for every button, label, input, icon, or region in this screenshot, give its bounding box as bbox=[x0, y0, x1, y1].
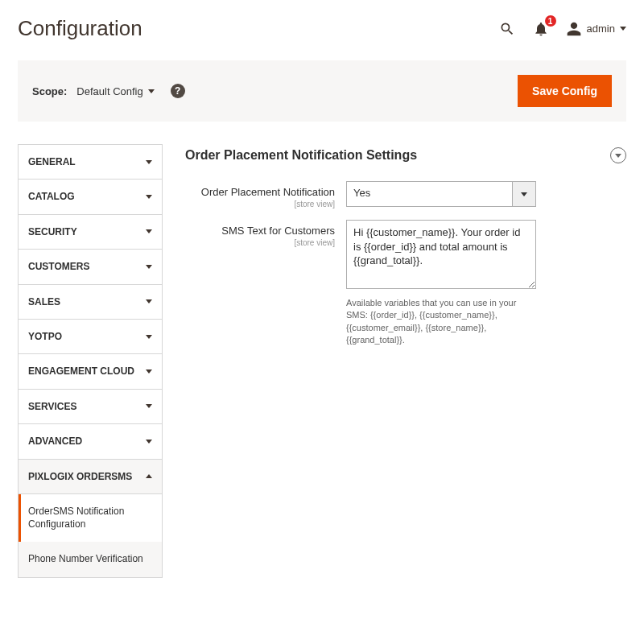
chevron-down-icon bbox=[146, 229, 152, 233]
config-sidebar: GENERAL CATALOG SECURITY CUSTOMERS SALES… bbox=[18, 144, 163, 578]
sidebar-item-advanced[interactable]: ADVANCED bbox=[18, 423, 163, 459]
sidebar-item-label: PIXLOGIX ORDERSMS bbox=[28, 471, 132, 482]
scope-select[interactable]: Default Config bbox=[76, 85, 154, 97]
sidebar-item-security[interactable]: SECURITY bbox=[18, 214, 163, 250]
sidebar-item-label: SECURITY bbox=[28, 226, 77, 237]
chevron-down-icon bbox=[146, 299, 152, 303]
section-title: Order Placement Notification Settings bbox=[185, 148, 417, 163]
sidebar-item-sales[interactable]: SALES bbox=[18, 284, 163, 320]
scope-value: Default Config bbox=[76, 85, 142, 97]
section-collapse-toggle[interactable] bbox=[610, 147, 626, 163]
chevron-down-icon bbox=[146, 195, 152, 199]
notifications-icon[interactable]: 1 bbox=[532, 20, 550, 38]
sidebar-item-label: SALES bbox=[28, 296, 60, 308]
user-menu[interactable]: admin bbox=[566, 21, 626, 37]
chevron-down-icon bbox=[146, 335, 152, 339]
select-value: Yes bbox=[346, 181, 512, 207]
sidebar-item-label: YOTPO bbox=[28, 331, 62, 342]
sidebar-item-customers[interactable]: CUSTOMERS bbox=[18, 249, 163, 284]
search-icon[interactable] bbox=[498, 20, 516, 38]
field-label-order-placement-notification: Order Placement Notification bbox=[201, 186, 335, 198]
scope-label: Scope: bbox=[32, 85, 67, 97]
field-label-sms-text: SMS Text for Customers bbox=[221, 225, 335, 237]
chevron-down-icon bbox=[146, 440, 152, 444]
sidebar-item-services[interactable]: SERVICES bbox=[18, 389, 163, 424]
sidebar-subitem-phone-verification[interactable]: Phone Number Verification bbox=[19, 542, 162, 577]
chevron-down-icon bbox=[146, 265, 152, 269]
sidebar-item-label: SERVICES bbox=[28, 401, 76, 412]
page-title: Configuration bbox=[18, 16, 142, 41]
select-handle[interactable] bbox=[512, 181, 536, 207]
sidebar-item-label: CATALOG bbox=[28, 191, 75, 202]
sidebar-subitem-ordersms-config[interactable]: OrderSMS Notification Configuration bbox=[19, 494, 162, 542]
chevron-down-icon bbox=[146, 160, 152, 164]
chevron-down-icon bbox=[521, 192, 527, 196]
field-scope-hint: [store view] bbox=[185, 200, 335, 208]
help-icon[interactable]: ? bbox=[171, 84, 185, 98]
chevron-down-icon bbox=[620, 27, 626, 31]
sidebar-item-label: GENERAL bbox=[28, 156, 76, 167]
sidebar-item-pixlogix-ordersms[interactable]: PIXLOGIX ORDERSMS bbox=[18, 459, 163, 494]
sidebar-item-general[interactable]: GENERAL bbox=[18, 144, 163, 180]
sms-text-textarea[interactable] bbox=[346, 220, 536, 289]
sidebar-item-yotpo[interactable]: YOTPO bbox=[18, 319, 163, 354]
chevron-up-icon bbox=[146, 474, 152, 478]
sidebar-item-label: CUSTOMERS bbox=[28, 261, 89, 272]
chevron-down-icon bbox=[615, 154, 621, 158]
chevron-down-icon bbox=[146, 369, 152, 374]
user-name: admin bbox=[587, 23, 615, 35]
notification-badge: 1 bbox=[545, 15, 556, 27]
field-scope-hint: [store view] bbox=[185, 238, 335, 247]
chevron-down-icon bbox=[148, 89, 155, 93]
sidebar-item-label: ADVANCED bbox=[28, 436, 82, 447]
chevron-down-icon bbox=[146, 404, 152, 408]
order-placement-notification-select[interactable]: Yes bbox=[346, 181, 536, 207]
sidebar-item-engagement-cloud[interactable]: ENGAGEMENT CLOUD bbox=[18, 353, 163, 389]
save-config-button[interactable]: Save Config bbox=[518, 75, 612, 107]
user-icon bbox=[566, 21, 582, 37]
sidebar-item-label: ENGAGEMENT CLOUD bbox=[28, 365, 134, 377]
sms-text-note: Available variables that you can use in … bbox=[346, 297, 536, 347]
sidebar-item-catalog[interactable]: CATALOG bbox=[18, 179, 163, 214]
